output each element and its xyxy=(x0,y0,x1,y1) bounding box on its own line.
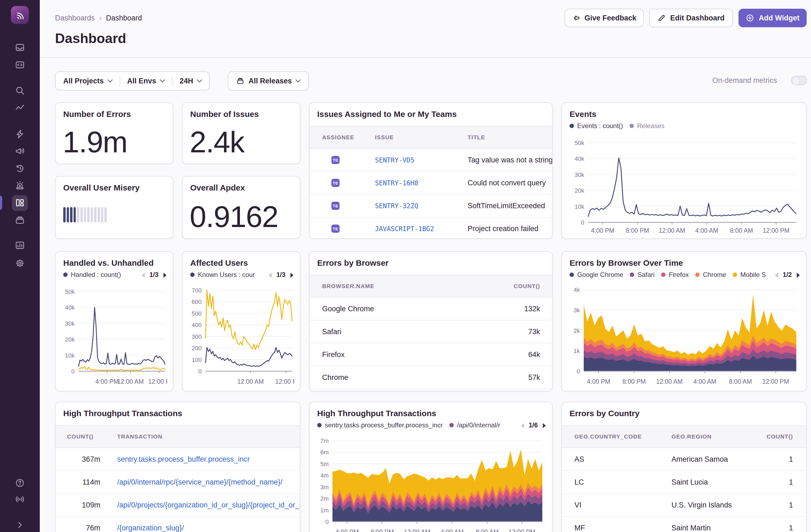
releases-filter[interactable]: All Releases xyxy=(228,72,309,90)
transaction-link[interactable]: /{organization_slug}/ xyxy=(117,524,184,532)
transaction-link[interactable]: /api/0/internal/rpc/{service_name}/{meth… xyxy=(117,478,282,486)
score-bar-segment xyxy=(63,207,66,223)
table-row: Firefox64k xyxy=(309,344,552,366)
column-assignee[interactable]: ASSIGNEE xyxy=(309,126,375,149)
next-page-icon[interactable]: ▶ xyxy=(163,271,166,278)
explore-icon[interactable] xyxy=(0,57,40,73)
prev-page-icon[interactable]: ◀ xyxy=(269,271,272,278)
svg-text:12:00 P: 12:00 P xyxy=(275,378,294,385)
svg-text:50k: 50k xyxy=(65,288,75,295)
legend-item[interactable]: /api/0/internal/r xyxy=(449,421,500,429)
edit-dashboard-button[interactable]: Edit Dashboard xyxy=(649,9,733,27)
widget-title: Handled vs. Unhandled xyxy=(63,258,154,268)
legend-item[interactable]: Google Chrome xyxy=(569,271,623,278)
column-count[interactable]: COUNT() xyxy=(487,283,552,289)
performance-icon[interactable] xyxy=(0,126,40,142)
score-bar-segment xyxy=(67,207,69,223)
broadcast-icon[interactable] xyxy=(0,492,40,507)
chevron-down-icon xyxy=(107,77,113,82)
svg-text:30k: 30k xyxy=(65,320,75,327)
legend-item[interactable]: Mobile S xyxy=(733,271,766,278)
replays-icon[interactable] xyxy=(0,161,40,176)
prev-page-icon[interactable]: ◀ xyxy=(775,271,778,278)
legend-item[interactable]: sentry.tasks.process_buffer.process_incr xyxy=(317,421,443,429)
next-page-icon[interactable]: ▶ xyxy=(797,271,799,278)
legend-item[interactable]: Events : count() xyxy=(569,122,623,130)
issue-link[interactable]: SENTRY-16H8 xyxy=(375,179,418,187)
column-transaction[interactable]: TRANSACTION xyxy=(100,434,300,440)
prev-page-icon[interactable]: ◀ xyxy=(141,271,144,278)
issue-link[interactable]: JAVASCRIPT-1BG2 xyxy=(375,225,434,233)
svg-text:4:00 PM: 4:00 PM xyxy=(591,227,614,234)
events-chart[interactable]: 010k20k30k40k50k4:00 PM8:00 PM12:00 AM4:… xyxy=(568,134,801,235)
issue-link[interactable]: SENTRY-VD5 xyxy=(375,156,414,164)
legend-item[interactable]: Releases xyxy=(629,122,664,130)
column-count[interactable]: COUNT() xyxy=(757,434,806,440)
score-bar-segment xyxy=(84,207,87,223)
next-page-icon[interactable]: ▶ xyxy=(542,421,546,429)
svg-text:7m: 7m xyxy=(320,438,328,444)
svg-text:10k: 10k xyxy=(575,203,584,210)
sentry-logo[interactable] xyxy=(11,6,29,24)
add-widget-button[interactable]: Add Widget xyxy=(738,9,807,27)
table-row: Safari73k xyxy=(309,320,552,344)
environment-filter[interactable]: All Envs xyxy=(120,72,172,90)
transaction-link[interactable]: /api/0/projects/{organization_id_or_slug… xyxy=(117,501,300,509)
ondemand-metrics-toggle[interactable] xyxy=(791,76,807,85)
high-throughput-chart[interactable]: 01m2m3m4m5m6m7m4:00 PM8:00 PM12:00 AM4:0… xyxy=(316,433,547,532)
search-icon[interactable] xyxy=(0,83,40,98)
column-country-code[interactable]: GEO.COUNTRY_CODE xyxy=(562,434,672,440)
errors-by-browser-chart[interactable]: 01k2k3k4k4:00 PM8:00 PM12:00 AM4:00 AM8:… xyxy=(568,282,801,386)
transaction-link[interactable]: sentry.tasks.process_buffer.process_incr xyxy=(117,455,250,463)
table-header: BROWSER.NAME COUNT() xyxy=(309,275,552,298)
project-filter[interactable]: All Projects xyxy=(56,72,120,90)
issue-link[interactable]: SENTRY-32ZQ xyxy=(375,202,418,210)
widget-title: Number of Errors xyxy=(63,109,131,119)
date-range-filter[interactable]: 24H xyxy=(172,72,209,90)
svg-text:1k: 1k xyxy=(573,348,580,354)
next-page-icon[interactable]: ▶ xyxy=(290,271,293,278)
column-browser-name[interactable]: BROWSER.NAME xyxy=(309,283,487,289)
issues-icon[interactable] xyxy=(0,40,40,55)
legend-item[interactable]: Chrome xyxy=(695,271,726,278)
table-header: ASSIGNEE ISSUE TITLE xyxy=(309,126,552,149)
svg-text:12:00 P: 12:00 P xyxy=(148,378,167,385)
legend-label: Handled : count() xyxy=(71,271,121,278)
releases-icon[interactable] xyxy=(0,213,40,228)
filter-bar: All Projects All Envs 24H xyxy=(55,72,210,90)
legend-item[interactable]: Firefox xyxy=(661,271,689,278)
column-title[interactable]: TITLE xyxy=(468,134,552,141)
alerts-icon[interactable] xyxy=(0,178,40,193)
collapse-icon[interactable] xyxy=(0,517,40,532)
settings-icon[interactable] xyxy=(0,256,40,271)
svg-text:12:00 AM: 12:00 AM xyxy=(117,378,143,385)
feedback-icon[interactable] xyxy=(0,143,40,158)
dashboards-icon[interactable] xyxy=(0,195,40,210)
svg-text:50k: 50k xyxy=(575,139,584,146)
legend-dot xyxy=(569,273,574,277)
column-issue[interactable]: ISSUE xyxy=(375,134,468,141)
legend-item[interactable]: Known Users : cour xyxy=(190,271,255,278)
give-feedback-button[interactable]: Give Feedback xyxy=(565,9,644,27)
insights-icon[interactable] xyxy=(0,100,40,116)
legend-dot xyxy=(317,423,322,427)
column-region[interactable]: GEO.REGION xyxy=(672,434,757,440)
column-count[interactable]: COUNT() xyxy=(56,434,100,440)
widget-handled-vs-unhandled: Handled vs. Unhandled Handled : count() … xyxy=(55,251,173,391)
widget-title: Affected Users xyxy=(190,258,248,268)
legend-item[interactable]: Handled : count() xyxy=(63,271,121,278)
legend-label: Chrome xyxy=(703,271,726,278)
breadcrumb-dashboards[interactable]: Dashboards xyxy=(55,14,95,22)
legend-item[interactable]: Safari xyxy=(630,271,655,278)
handled-chart[interactable]: 010k20k30k40k50k4:00 PM12:00 AM12:00 P xyxy=(62,282,167,386)
svg-text:4:00 AM: 4:00 AM xyxy=(695,227,718,234)
table-row: TE SENTRY-32ZQ SoftTimeLimitExceeded xyxy=(309,195,552,217)
affected-users-chart[interactable]: 010020030040050060070012:00 AM12:00 P xyxy=(189,282,294,386)
svg-text:12:00 PM: 12:00 PM xyxy=(763,227,790,234)
widget-affected-users: Affected Users Known Users : cour ◀1/3▶ … xyxy=(182,251,300,391)
chevron-down-icon xyxy=(197,77,202,82)
stats-icon[interactable] xyxy=(0,238,40,253)
widget-title: Events xyxy=(569,109,596,119)
prev-page-icon[interactable]: ◀ xyxy=(521,421,524,429)
help-icon[interactable] xyxy=(0,475,40,490)
